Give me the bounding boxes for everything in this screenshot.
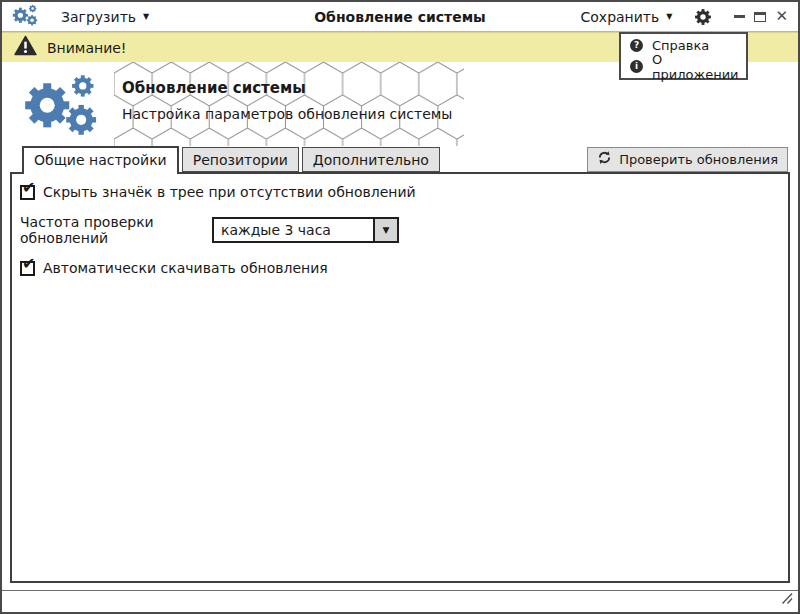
menu-item-about[interactable]: i О приложении	[621, 56, 746, 77]
tab-general-settings[interactable]: Общие настройки	[22, 146, 179, 174]
status-bar	[2, 590, 798, 612]
frequency-row: Частота проверки обновлений каждые 3 час…	[20, 214, 780, 246]
app-window: Обновление системы Загрузить ▼ Сохранить	[0, 0, 800, 614]
window-controls: ✕	[734, 9, 788, 24]
auto-download-label: Автоматически скачивать обновления	[43, 260, 328, 276]
load-menu-button[interactable]: Загрузить ▼	[61, 9, 149, 25]
frequency-value: каждые 3 часа	[214, 222, 373, 238]
check-updates-button[interactable]: Проверить обновления	[587, 147, 788, 172]
save-menu-label: Сохранить	[581, 9, 660, 25]
hide-tray-row: ✔ Скрыть значёк в трее при отсутствии об…	[20, 184, 780, 200]
general-settings-panel: ✔ Скрыть значёк в трее при отсутствии об…	[10, 172, 790, 583]
page-title: Обновление системы	[122, 79, 452, 97]
warning-triangle-icon	[14, 35, 37, 60]
info-circle-icon: i	[630, 60, 643, 73]
chevron-down-icon: ▼	[666, 13, 672, 21]
checkmark-icon: ✔	[22, 180, 35, 196]
tab-bar: Общие настройки Репозитории Дополнительн…	[2, 146, 798, 172]
frequency-select[interactable]: каждые 3 часа ▼	[212, 217, 399, 243]
tab-repositories[interactable]: Репозитории	[182, 147, 299, 172]
auto-download-row: ✔ Автоматически скачивать обновления	[20, 260, 780, 276]
hide-tray-checkbox[interactable]: ✔	[20, 185, 35, 200]
refresh-icon	[597, 150, 612, 168]
chevron-down-icon: ▼	[383, 226, 390, 235]
menu-item-label: О приложении	[652, 52, 739, 82]
load-menu-label: Загрузить	[61, 9, 136, 25]
app-gears-icon	[12, 4, 41, 30]
titlebar: Обновление системы Загрузить ▼ Сохранить	[2, 2, 798, 32]
settings-gear-icon[interactable]	[694, 8, 712, 26]
resize-grip[interactable]	[780, 589, 793, 608]
page-subtitle: Настройка параметров обновления системы	[122, 106, 452, 122]
chevron-down-icon: ▼	[143, 13, 149, 21]
gears-icon	[22, 73, 108, 140]
save-dropdown-menu: ? Справка i О приложении	[619, 32, 748, 80]
frequency-label: Частота проверки обновлений	[20, 214, 212, 246]
help-circle-icon: ?	[630, 39, 643, 52]
frequency-dropdown-button[interactable]: ▼	[373, 219, 397, 241]
minimize-icon[interactable]	[734, 15, 745, 18]
tab-advanced[interactable]: Дополнительно	[302, 147, 440, 172]
warning-text: Внимание!	[47, 40, 126, 56]
auto-download-checkbox[interactable]: ✔	[20, 261, 35, 276]
check-updates-label: Проверить обновления	[619, 152, 778, 167]
save-menu-button[interactable]: Сохранить ▼	[581, 9, 673, 25]
maximize-icon[interactable]	[754, 12, 766, 22]
close-icon[interactable]: ✕	[775, 9, 788, 24]
hide-tray-label: Скрыть значёк в трее при отсутствии обно…	[43, 184, 416, 200]
checkmark-icon: ✔	[22, 256, 35, 272]
